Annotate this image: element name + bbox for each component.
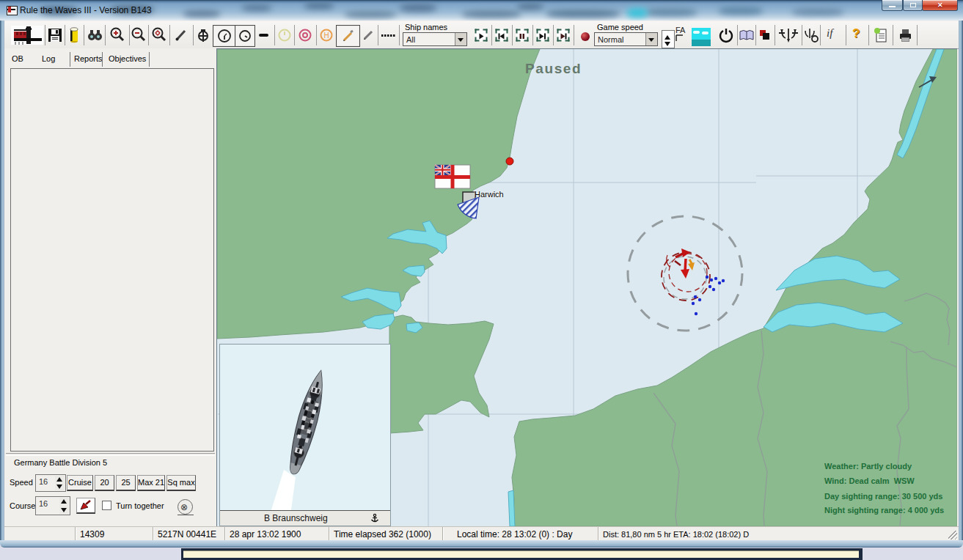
svg-text:H: H [323,32,329,40]
